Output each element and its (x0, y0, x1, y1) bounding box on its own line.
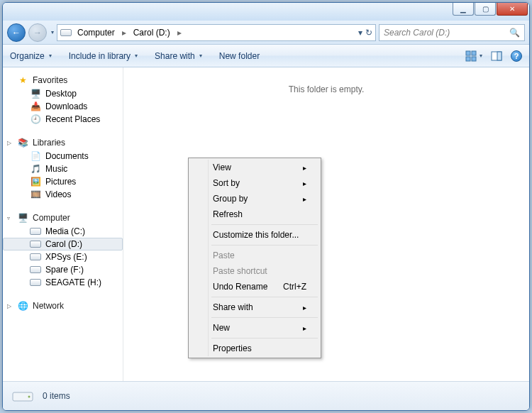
downloads-icon: 📥 (30, 101, 41, 112)
ctx-view-label: View (213, 163, 231, 172)
sidebar-item-label: Pictures (45, 177, 76, 187)
chevron-down-icon: ▾ (199, 53, 202, 59)
computer-group[interactable]: 🖥️Computer (3, 211, 123, 225)
ctx-share-with[interactable]: Share with▸ (190, 299, 319, 315)
sidebar-item-downloads[interactable]: 📥Downloads (3, 100, 123, 113)
close-button[interactable]: ✕ (497, 3, 528, 16)
minimize-icon: ▁ (460, 5, 466, 13)
svg-rect-0 (466, 51, 470, 55)
include-label: Include in library (69, 51, 131, 61)
ctx-refresh[interactable]: Refresh (190, 206, 319, 222)
search-input[interactable]: Search Carol (D:) 🔍 (379, 24, 525, 41)
organize-label: Organize (10, 51, 45, 61)
videos-icon: 🎞️ (30, 189, 41, 200)
ctx-undo-shortcut: Ctrl+Z (283, 282, 306, 292)
address-bar[interactable]: Computer ▸ Carol (D:) ▸ ▾ ↻ (57, 24, 376, 41)
sidebar-item-pictures[interactable]: 🖼️Pictures (3, 175, 123, 188)
chevron-down-icon: ▾ (49, 53, 52, 59)
sidebar-item-label: Desktop (45, 89, 77, 99)
ctx-properties[interactable]: Properties (190, 341, 319, 356)
sidebar-item-documents[interactable]: 📄Documents (3, 150, 123, 163)
include-in-library-button[interactable]: Include in library▾ (69, 51, 138, 61)
preview-pane-button[interactable] (491, 50, 502, 62)
forward-button[interactable]: → (28, 23, 47, 42)
library-icon: 📚 (17, 137, 28, 148)
network-group[interactable]: 🌐Network (3, 299, 123, 313)
drive-icon (30, 277, 41, 288)
refresh-icon[interactable]: ↻ (365, 28, 372, 38)
history-dropdown-icon[interactable]: ▾ (51, 29, 54, 35)
chevron-down-icon: ▾ (135, 53, 138, 59)
back-button[interactable]: ← (7, 23, 26, 42)
ctx-undo-rename[interactable]: Undo RenameCtrl+Z (190, 279, 319, 294)
view-options-button[interactable] (465, 50, 477, 62)
network-icon: 🌐 (17, 300, 28, 312)
minimize-button[interactable]: ▁ (453, 3, 474, 16)
ctx-paste-label: Paste (213, 250, 235, 260)
sidebar-item-videos[interactable]: 🎞️Videos (3, 188, 123, 201)
preview-pane-icon (491, 50, 502, 62)
search-placeholder: Search Carol (D:) (384, 28, 450, 38)
ctx-separator (211, 245, 318, 246)
favorites-group[interactable]: ★Favorites (3, 73, 123, 87)
empty-folder-label: This folder is empty. (289, 84, 364, 94)
newfolder-label: New folder (219, 51, 260, 61)
close-icon: ✕ (509, 5, 515, 13)
breadcrumb-sep-icon[interactable]: ▸ (176, 28, 183, 38)
sidebar-item-label: Videos (45, 189, 71, 199)
ctx-group-by[interactable]: Group by▸ (190, 191, 319, 206)
share-with-button[interactable]: Share with▾ (155, 51, 202, 61)
ctx-new[interactable]: New▸ (190, 320, 319, 336)
maximize-button[interactable]: ▢ (475, 3, 496, 16)
ctx-pasteshort-label: Paste shortcut (213, 266, 267, 276)
submenu-arrow-icon: ▸ (303, 304, 306, 312)
sidebar-item-carol-d[interactable]: Carol (D:) (3, 238, 123, 250)
address-dropdown-icon[interactable]: ▾ (358, 28, 362, 38)
svg-rect-3 (472, 57, 476, 61)
sidebar-item-xpsys-e[interactable]: XPSys (E:) (3, 250, 123, 263)
sidebar-item-label: Documents (45, 151, 89, 161)
ctx-paste-shortcut: Paste shortcut (190, 263, 319, 279)
organize-button[interactable]: Organize▾ (10, 51, 52, 61)
breadcrumb-sep-icon[interactable]: ▸ (121, 28, 128, 38)
svg-point-7 (28, 396, 31, 398)
sidebar-item-media-c[interactable]: Media (C:) (3, 225, 123, 238)
network-label: Network (33, 301, 64, 311)
submenu-arrow-icon: ▸ (303, 324, 306, 332)
drive-icon (60, 27, 72, 38)
sidebar-item-label: SEAGATE (H:) (45, 277, 101, 287)
sidebar-item-desktop[interactable]: 🖥️Desktop (3, 87, 123, 100)
breadcrumb-root[interactable]: Computer (74, 26, 118, 40)
help-icon: ? (514, 52, 519, 60)
ctx-sort-by[interactable]: Sort by▸ (190, 175, 319, 191)
sidebar-item-spare-f[interactable]: Spare (F:) (3, 263, 123, 276)
drive-large-icon (11, 387, 34, 404)
submenu-arrow-icon: ▸ (303, 164, 306, 172)
sidebar-item-seagate-h[interactable]: SEAGATE (H:) (3, 276, 123, 289)
sidebar-item-recent-places[interactable]: 🕘Recent Places (3, 113, 123, 126)
new-folder-button[interactable]: New folder (219, 51, 260, 61)
sidebar-item-label: Recent Places (45, 114, 100, 124)
computer-icon: 🖥️ (17, 212, 28, 224)
nav-pane: ★Favorites 🖥️Desktop 📥Downloads 🕘Recent … (3, 67, 123, 381)
ctx-separator (211, 338, 318, 338)
favorites-label: Favorites (33, 75, 67, 85)
view-icon (465, 50, 477, 62)
help-button[interactable]: ? (511, 50, 522, 62)
libraries-group[interactable]: 📚Libraries (3, 136, 123, 150)
sidebar-item-music[interactable]: 🎵Music (3, 163, 123, 175)
content-pane[interactable]: This folder is empty. (123, 67, 529, 381)
sidebar-item-label: Downloads (45, 101, 87, 111)
nav-bar: ← → ▾ Computer ▸ Carol (D:) ▸ ▾ ↻ Search… (3, 21, 529, 45)
svg-rect-5 (497, 52, 501, 60)
drive-icon (30, 251, 41, 263)
chevron-down-icon[interactable]: ▾ (480, 53, 482, 59)
sidebar-item-label: Carol (D:) (45, 239, 82, 249)
ctx-properties-label: Properties (213, 343, 252, 353)
breadcrumb-current[interactable]: Carol (D:) (131, 26, 173, 40)
sidebar-item-label: Media (C:) (45, 226, 85, 236)
ctx-customize[interactable]: Customize this folder... (190, 227, 319, 243)
ctx-view[interactable]: View▸ (190, 160, 319, 175)
ctx-new-label: New (213, 323, 230, 333)
music-icon: 🎵 (30, 163, 41, 175)
